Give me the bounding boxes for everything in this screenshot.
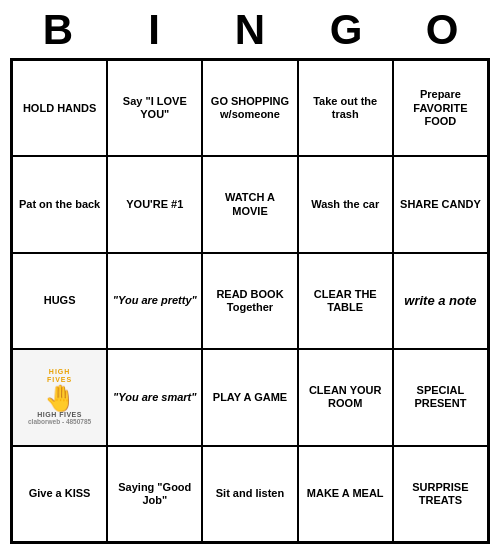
letter-i: I xyxy=(114,6,194,54)
cell-4-0: Give a KISS xyxy=(12,446,107,542)
cell-2-1: "You are pretty" xyxy=(107,253,202,349)
cell-0-4: Prepare FAVORITE FOOD xyxy=(393,60,488,156)
cell-1-3: Wash the car xyxy=(298,156,393,252)
high-fives-subtext: claborweb - 4850785 xyxy=(28,418,91,426)
cell-3-1: "You are smart" xyxy=(107,349,202,445)
letter-g: G xyxy=(306,6,386,54)
cell-3-3: CLEAN YOUR ROOM xyxy=(298,349,393,445)
cell-0-0: HOLD HANDS xyxy=(12,60,107,156)
cell-3-0: HIGH FIVES 🤚 HIGH FIVES claborweb - 4850… xyxy=(12,349,107,445)
cell-2-4: write a note xyxy=(393,253,488,349)
letter-n: N xyxy=(210,6,290,54)
cell-3-4: SPECIAL PRESENT xyxy=(393,349,488,445)
cell-4-3: MAKE A MEAL xyxy=(298,446,393,542)
cell-0-2: GO SHOPPING w/someone xyxy=(202,60,297,156)
cell-1-1: YOU'RE #1 xyxy=(107,156,202,252)
cell-2-0: HUGS xyxy=(12,253,107,349)
cell-4-2: Sit and listen xyxy=(202,446,297,542)
bingo-grid: HOLD HANDS Say "I LOVE YOU" GO SHOPPING … xyxy=(10,58,490,544)
cell-4-1: Saying "Good Job" xyxy=(107,446,202,542)
cell-2-3: CLEAR THE TABLE xyxy=(298,253,393,349)
cell-2-2: READ BOOK Together xyxy=(202,253,297,349)
letter-b: B xyxy=(18,6,98,54)
high-fives-image: HIGH FIVES 🤚 HIGH FIVES xyxy=(37,368,83,418)
cell-4-4: SURPRISE TREATS xyxy=(393,446,488,542)
cell-1-4: SHARE CANDY xyxy=(393,156,488,252)
letter-o: O xyxy=(402,6,482,54)
cell-3-2: PLAY A GAME xyxy=(202,349,297,445)
cell-1-0: Pat on the back xyxy=(12,156,107,252)
bingo-title: B I N G O xyxy=(10,0,490,58)
cell-1-2: WATCH A MOVIE xyxy=(202,156,297,252)
hand-icon: 🤚 xyxy=(44,385,76,411)
cell-0-1: Say "I LOVE YOU" xyxy=(107,60,202,156)
cell-0-3: Take out the trash xyxy=(298,60,393,156)
